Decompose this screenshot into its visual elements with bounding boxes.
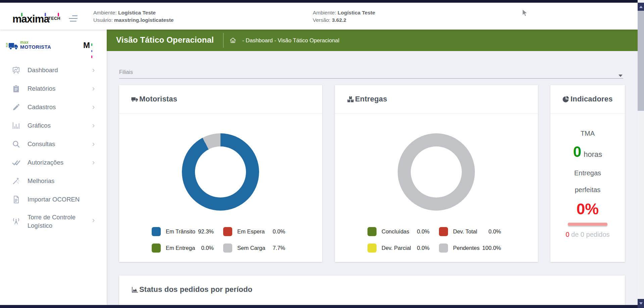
scrollbar-up-button[interactable]: [638, 3, 644, 11]
usuario-value: maxstring.logisticateste: [114, 17, 174, 23]
entregas-card-title: Entregas: [355, 95, 387, 103]
legend-value: 92.3%: [198, 228, 214, 235]
breadcrumb: - Dashboard - Visão Tático Operacional: [242, 37, 339, 44]
sidebar-item-importar-ocoren[interactable]: Importar OCOREN: [0, 190, 107, 209]
chevron-right-icon: ›: [92, 67, 95, 74]
entregas-legend: Concluídas 0.0% Dev. Total 0.0% Dev. Par…: [367, 227, 501, 253]
dropdown-caret-icon[interactable]: [618, 75, 623, 77]
brand-tick-green: [21, 13, 22, 16]
scrollbar-thumb[interactable]: [638, 11, 644, 111]
legend-item: Concluídas 0.0%: [367, 227, 430, 236]
maxmotorista-logo-text: max MOTORISTA: [20, 40, 51, 49]
legend-label: Em Espera: [237, 228, 273, 235]
logo-name: MOTORISTA: [20, 45, 51, 49]
entregas-card: Entregas Concluídas 0.0% Dev. Total 0.0%…: [335, 85, 538, 262]
chevron-right-icon: ›: [92, 104, 95, 111]
tma-value-row: 0 horas: [573, 143, 602, 160]
indicadores-card-title: Indicadores: [571, 95, 613, 103]
legend-value: 0.0%: [417, 245, 430, 251]
sidebar-item-relatorios[interactable]: Relatórios ›: [0, 79, 107, 98]
legend-swatch: [223, 227, 232, 236]
mini-logo-letter: M: [83, 41, 90, 50]
legend-swatch: [152, 244, 161, 253]
indicadores-body: TMA 0 horas Entregas perfeitas 0% 0 de 0…: [550, 114, 625, 262]
pie-chart-icon: [562, 95, 570, 103]
titlebar-divider: [223, 33, 224, 48]
brand-sub: TECH: [48, 16, 60, 21]
document-icon: [12, 195, 20, 204]
dashboard-icon: [12, 66, 20, 75]
sidebar-item-consultas[interactable]: Consultas ›: [0, 135, 107, 153]
legend-label: Em Entrega: [166, 245, 201, 251]
ambiente-value-2: Logística Teste: [338, 10, 375, 15]
indicadores-card: Indicadores TMA 0 horas Entregas perfeit…: [550, 85, 625, 262]
filiais-select-label[interactable]: Filiais: [119, 69, 133, 75]
legend-value: 0.0%: [417, 228, 430, 235]
chevron-right-icon: ›: [92, 122, 95, 129]
perfect-deliveries-percent: 0%: [577, 200, 599, 218]
entregas-card-header: Entregas: [335, 85, 538, 114]
legend-item: Em Entrega 0.0%: [152, 243, 214, 253]
scroll-down-arrow-icon: [639, 302, 643, 305]
menu-toggle-icon[interactable]: [69, 15, 78, 22]
sidebar-label: Consultas: [28, 140, 55, 148]
pedidos-count: 0: [565, 231, 569, 238]
legend-item: Em Espera 0.0%: [223, 227, 285, 236]
legend-value: 7.7%: [273, 245, 285, 251]
chevron-right-icon: ›: [92, 217, 95, 224]
sidebar-item-autorizacoes[interactable]: Autorizações ›: [0, 153, 107, 172]
main-content: Filiais Motoristas Em Trânsito 92.3% Em …: [107, 51, 638, 305]
legend-value: 100.0%: [482, 245, 501, 251]
motoristas-card: Motoristas Em Trânsito 92.3% Em Espera 0…: [119, 85, 322, 262]
vertical-scrollbar[interactable]: [638, 0, 644, 308]
pedidos-text: de 0 pedidos: [569, 231, 610, 238]
legend-value: 0.0%: [488, 228, 501, 235]
motoristas-card-header: Motoristas: [119, 85, 322, 114]
pencil-icon: [12, 103, 20, 112]
motoristas-donut-chart: [182, 133, 259, 211]
bottom-edge-strip: [0, 305, 644, 308]
sidebar-item-torre-de-controle[interactable]: Torre de Controle Logístico ›: [0, 209, 107, 232]
tma-label: TMA: [581, 130, 595, 137]
top-edge-strip: [0, 0, 644, 3]
ambiente-value: Logística Teste: [118, 10, 156, 15]
sidebar-label: Autorizações: [28, 159, 63, 166]
versao-label: Versão:: [313, 17, 331, 23]
chevron-right-icon: ›: [92, 85, 95, 92]
app-window: maxima TECH Ambiente: Logística Teste Us…: [0, 0, 644, 308]
sidebar-item-melhorias[interactable]: Melhorias: [0, 172, 107, 190]
legend-item: Dev. Parcial 0.0%: [367, 243, 430, 253]
ambiente-label-2: Ambiente:: [313, 10, 336, 15]
legend-value: 0.0%: [201, 245, 214, 251]
antenna-icon: [12, 217, 20, 226]
legend-item: Sem Carga 7.7%: [223, 243, 285, 253]
tma-unit: horas: [584, 150, 602, 159]
legend-swatch: [367, 227, 377, 236]
sidebar-item-graficos[interactable]: Gráficos ›: [0, 116, 107, 135]
breadcrumb-home-icon[interactable]: [229, 37, 237, 44]
legend-swatch: [223, 244, 232, 253]
magic-wand-icon: [12, 177, 20, 185]
legend-value: 0.0%: [273, 228, 285, 235]
sidebar-item-dashboard[interactable]: Dashboard ›: [0, 61, 107, 79]
sidebar-item-cadastros[interactable]: Cadastros ›: [0, 98, 107, 116]
maxima-mini-logo: M: [83, 41, 90, 50]
progress-bar: [568, 223, 607, 226]
brand-name: maxima: [12, 13, 49, 25]
truck-logo-icon: [6, 41, 19, 51]
legend-label: Sem Carga: [237, 245, 273, 251]
ambiente-label: Ambiente:: [93, 10, 117, 15]
legend-label: Em Trânsito: [166, 228, 198, 235]
filiais-select-underline: [119, 78, 623, 79]
tma-value: 0: [573, 143, 581, 160]
brand-tick-blue: [45, 13, 46, 16]
scrollbar-down-button[interactable]: [638, 299, 644, 308]
status-card-header: Status dos pedidos por período: [119, 275, 625, 304]
legend-item: Em Trânsito 92.3%: [152, 227, 214, 236]
sidebar-nav: Dashboard › Relatórios › Cadastros ›: [0, 61, 107, 232]
versao-value: 3.62.2: [332, 17, 346, 23]
pedidos-summary: 0 de 0 pedidos: [565, 231, 609, 238]
legend-item: Dev. Total 0.0%: [439, 227, 501, 236]
sidebar: max MOTORISTA M Dashboard › Relatórios: [0, 30, 107, 305]
area-chart-icon: [131, 286, 139, 294]
